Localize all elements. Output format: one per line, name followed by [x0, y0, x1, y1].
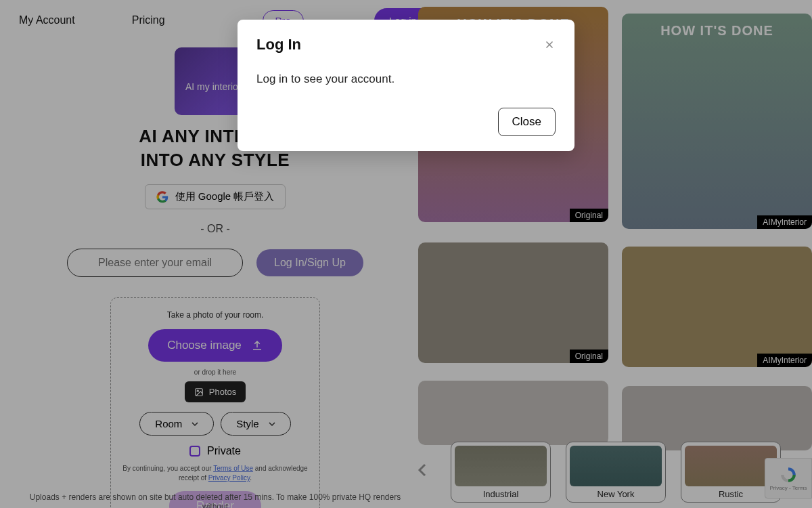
login-modal: Log In Log in to see your account. Close — [238, 20, 574, 151]
modal-body: Log in to see your account. — [256, 72, 556, 86]
close-icon[interactable] — [543, 39, 556, 51]
modal-title: Log In — [256, 36, 301, 54]
modal-close-button[interactable]: Close — [498, 108, 556, 136]
